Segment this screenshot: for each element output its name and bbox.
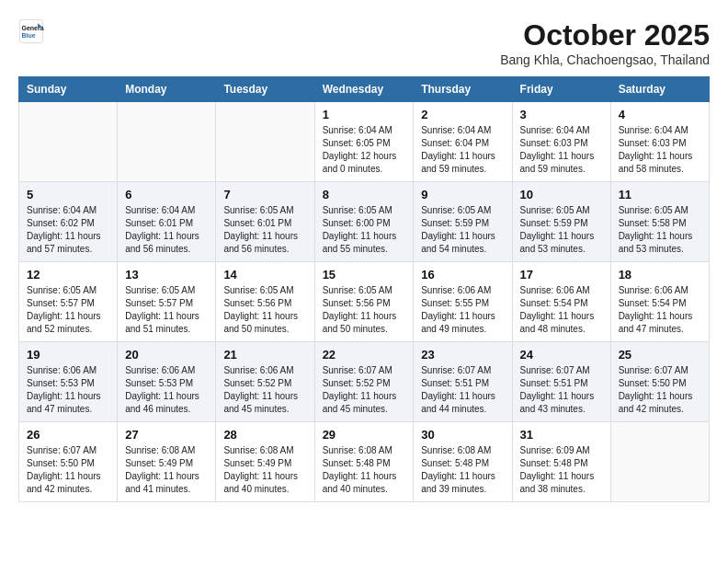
svg-text:Blue: Blue xyxy=(22,32,36,39)
day-number: 13 xyxy=(125,268,208,282)
day-info: Sunrise: 6:04 AM Sunset: 6:05 PM Dayligh… xyxy=(323,124,406,176)
day-number: 8 xyxy=(323,188,406,201)
calendar-day-cell: 14Sunrise: 6:05 AM Sunset: 5:56 PM Dayli… xyxy=(216,262,314,342)
day-number: 28 xyxy=(223,428,306,442)
weekday-header: Friday xyxy=(512,77,610,102)
calendar-day-cell: 19Sunrise: 6:06 AM Sunset: 5:53 PM Dayli… xyxy=(19,342,118,422)
calendar-day-cell: 15Sunrise: 6:05 AM Sunset: 5:56 PM Dayli… xyxy=(314,262,414,342)
calendar-day-cell: 17Sunrise: 6:06 AM Sunset: 5:54 PM Dayli… xyxy=(512,262,610,342)
calendar-day-cell xyxy=(19,102,118,182)
calendar-day-cell: 10Sunrise: 6:05 AM Sunset: 5:59 PM Dayli… xyxy=(512,182,610,262)
day-info: Sunrise: 6:04 AM Sunset: 6:03 PM Dayligh… xyxy=(520,124,603,176)
weekday-header: Monday xyxy=(118,77,216,102)
day-number: 17 xyxy=(520,268,603,282)
day-info: Sunrise: 6:08 AM Sunset: 5:48 PM Dayligh… xyxy=(421,444,504,496)
day-info: Sunrise: 6:04 AM Sunset: 6:02 PM Dayligh… xyxy=(27,204,109,256)
month-title: October 2025 xyxy=(500,18,710,52)
day-number: 15 xyxy=(323,268,406,282)
title-block: October 2025 Bang Khla, Chachoengsao, Th… xyxy=(500,18,710,67)
day-number: 26 xyxy=(27,428,109,442)
location: Bang Khla, Chachoengsao, Thailand xyxy=(500,52,710,67)
weekday-header: Saturday xyxy=(610,77,709,102)
day-info: Sunrise: 6:05 AM Sunset: 6:01 PM Dayligh… xyxy=(223,204,306,256)
day-info: Sunrise: 6:05 AM Sunset: 5:57 PM Dayligh… xyxy=(27,284,109,336)
calendar-day-cell xyxy=(610,422,709,502)
day-number: 29 xyxy=(323,428,406,442)
calendar-day-cell: 29Sunrise: 6:08 AM Sunset: 5:48 PM Dayli… xyxy=(314,422,414,502)
logo: General Blue xyxy=(18,18,44,44)
calendar-day-cell: 22Sunrise: 6:07 AM Sunset: 5:52 PM Dayli… xyxy=(314,342,414,422)
day-info: Sunrise: 6:05 AM Sunset: 5:56 PM Dayligh… xyxy=(323,284,406,336)
calendar-day-cell xyxy=(118,102,216,182)
calendar-day-cell: 25Sunrise: 6:07 AM Sunset: 5:50 PM Dayli… xyxy=(610,342,709,422)
svg-text:General: General xyxy=(22,25,45,31)
calendar-day-cell: 27Sunrise: 6:08 AM Sunset: 5:49 PM Dayli… xyxy=(118,422,216,502)
day-number: 9 xyxy=(421,188,504,201)
calendar-day-cell: 12Sunrise: 6:05 AM Sunset: 5:57 PM Dayli… xyxy=(19,262,118,342)
day-info: Sunrise: 6:06 AM Sunset: 5:55 PM Dayligh… xyxy=(421,284,504,336)
day-number: 27 xyxy=(125,428,208,442)
day-info: Sunrise: 6:07 AM Sunset: 5:51 PM Dayligh… xyxy=(520,364,603,416)
day-info: Sunrise: 6:05 AM Sunset: 5:59 PM Dayligh… xyxy=(520,204,603,256)
weekday-header: Wednesday xyxy=(314,77,414,102)
day-number: 10 xyxy=(520,188,603,201)
calendar-day-cell xyxy=(216,102,314,182)
day-number: 14 xyxy=(223,268,306,282)
day-number: 31 xyxy=(520,428,603,442)
day-info: Sunrise: 6:04 AM Sunset: 6:04 PM Dayligh… xyxy=(421,124,504,176)
calendar-day-cell: 2Sunrise: 6:04 AM Sunset: 6:04 PM Daylig… xyxy=(414,102,512,182)
calendar-week-row: 26Sunrise: 6:07 AM Sunset: 5:50 PM Dayli… xyxy=(19,422,710,502)
calendar-day-cell: 20Sunrise: 6:06 AM Sunset: 5:53 PM Dayli… xyxy=(118,342,216,422)
calendar-day-cell: 30Sunrise: 6:08 AM Sunset: 5:48 PM Dayli… xyxy=(414,422,512,502)
day-number: 5 xyxy=(27,188,109,201)
day-info: Sunrise: 6:08 AM Sunset: 5:49 PM Dayligh… xyxy=(125,444,208,496)
calendar-day-cell: 11Sunrise: 6:05 AM Sunset: 5:58 PM Dayli… xyxy=(610,182,709,262)
day-number: 3 xyxy=(520,108,603,121)
day-info: Sunrise: 6:05 AM Sunset: 6:00 PM Dayligh… xyxy=(323,204,406,256)
day-number: 18 xyxy=(619,268,701,282)
calendar-day-cell: 13Sunrise: 6:05 AM Sunset: 5:57 PM Dayli… xyxy=(118,262,216,342)
day-info: Sunrise: 6:06 AM Sunset: 5:54 PM Dayligh… xyxy=(619,284,701,336)
day-info: Sunrise: 6:09 AM Sunset: 5:48 PM Dayligh… xyxy=(520,444,603,496)
day-number: 2 xyxy=(421,108,504,121)
day-info: Sunrise: 6:07 AM Sunset: 5:50 PM Dayligh… xyxy=(619,364,701,416)
calendar-week-row: 5Sunrise: 6:04 AM Sunset: 6:02 PM Daylig… xyxy=(19,182,710,262)
calendar-day-cell: 8Sunrise: 6:05 AM Sunset: 6:00 PM Daylig… xyxy=(314,182,414,262)
day-number: 23 xyxy=(421,348,504,362)
calendar-day-cell: 5Sunrise: 6:04 AM Sunset: 6:02 PM Daylig… xyxy=(19,182,118,262)
calendar-day-cell: 9Sunrise: 6:05 AM Sunset: 5:59 PM Daylig… xyxy=(414,182,512,262)
calendar-week-row: 1Sunrise: 6:04 AM Sunset: 6:05 PM Daylig… xyxy=(19,102,710,182)
day-number: 7 xyxy=(223,188,306,201)
calendar-week-row: 19Sunrise: 6:06 AM Sunset: 5:53 PM Dayli… xyxy=(19,342,710,422)
day-number: 25 xyxy=(619,348,701,362)
day-info: Sunrise: 6:06 AM Sunset: 5:53 PM Dayligh… xyxy=(125,364,208,416)
day-number: 24 xyxy=(520,348,603,362)
weekday-header: Tuesday xyxy=(216,77,314,102)
calendar-day-cell: 26Sunrise: 6:07 AM Sunset: 5:50 PM Dayli… xyxy=(19,422,118,502)
logo-icon: General Blue xyxy=(18,18,44,44)
day-number: 11 xyxy=(619,188,701,201)
svg-rect-0 xyxy=(19,19,42,42)
calendar-day-cell: 24Sunrise: 6:07 AM Sunset: 5:51 PM Dayli… xyxy=(512,342,610,422)
day-info: Sunrise: 6:04 AM Sunset: 6:01 PM Dayligh… xyxy=(125,204,208,256)
calendar-day-cell: 6Sunrise: 6:04 AM Sunset: 6:01 PM Daylig… xyxy=(118,182,216,262)
day-info: Sunrise: 6:08 AM Sunset: 5:49 PM Dayligh… xyxy=(223,444,306,496)
day-number: 21 xyxy=(223,348,306,362)
day-number: 6 xyxy=(125,188,208,201)
day-number: 19 xyxy=(27,348,109,362)
day-number: 30 xyxy=(421,428,504,442)
calendar-week-row: 12Sunrise: 6:05 AM Sunset: 5:57 PM Dayli… xyxy=(19,262,710,342)
day-number: 1 xyxy=(323,108,406,121)
weekday-header: Sunday xyxy=(19,77,118,102)
day-info: Sunrise: 6:07 AM Sunset: 5:51 PM Dayligh… xyxy=(421,364,504,416)
weekday-header-row: SundayMondayTuesdayWednesdayThursdayFrid… xyxy=(19,77,710,102)
calendar-day-cell: 21Sunrise: 6:06 AM Sunset: 5:52 PM Dayli… xyxy=(216,342,314,422)
calendar-day-cell: 7Sunrise: 6:05 AM Sunset: 6:01 PM Daylig… xyxy=(216,182,314,262)
calendar-day-cell: 28Sunrise: 6:08 AM Sunset: 5:49 PM Dayli… xyxy=(216,422,314,502)
day-info: Sunrise: 6:07 AM Sunset: 5:52 PM Dayligh… xyxy=(323,364,406,416)
calendar-table: SundayMondayTuesdayWednesdayThursdayFrid… xyxy=(18,76,710,502)
day-info: Sunrise: 6:07 AM Sunset: 5:50 PM Dayligh… xyxy=(27,444,109,496)
calendar-day-cell: 23Sunrise: 6:07 AM Sunset: 5:51 PM Dayli… xyxy=(414,342,512,422)
calendar-day-cell: 18Sunrise: 6:06 AM Sunset: 5:54 PM Dayli… xyxy=(610,262,709,342)
day-number: 22 xyxy=(323,348,406,362)
